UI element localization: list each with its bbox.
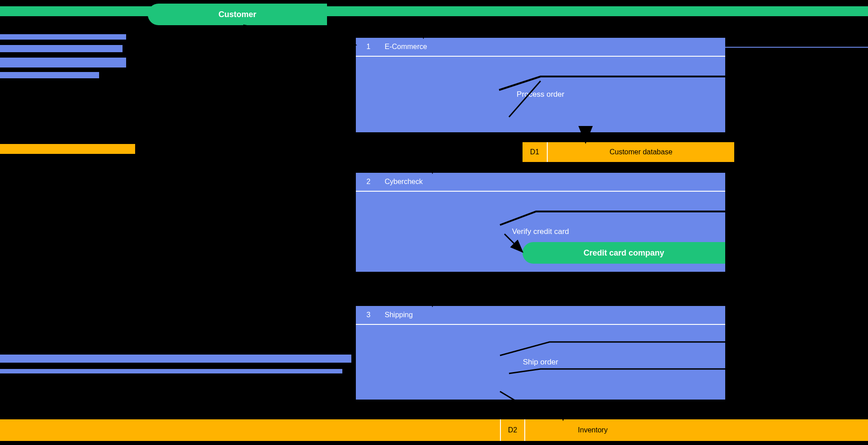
process-3[interactable]: 3 Shipping Ship order (356, 306, 725, 400)
process-1-num: 1 (356, 43, 381, 51)
blue-strip-5 (0, 355, 351, 363)
datastore-d1-id: D1 (523, 142, 548, 162)
process-3-title: Shipping (381, 311, 725, 319)
entity-customer-label: Customer (218, 10, 256, 19)
blue-strip-1 (0, 34, 126, 40)
entity-credit-card-company-label: Credit card company (583, 248, 664, 258)
top-green-strip (0, 6, 868, 16)
process-1-header-extend (725, 47, 868, 48)
datastore-d1-label: Customer database (548, 148, 734, 156)
process-3-body: Ship order (356, 325, 725, 400)
datastore-d2[interactable]: D2 Inventory (0, 419, 868, 441)
process-1-body: Process order (356, 57, 725, 132)
process-2-num: 2 (356, 178, 381, 186)
process-3-num: 3 (356, 311, 381, 319)
datastore-d2-label: Inventory (525, 426, 660, 434)
blue-strip-4 (0, 72, 99, 78)
blue-strip-3 (0, 58, 126, 67)
blue-strip-6 (0, 369, 342, 373)
datastore-d1[interactable]: D1 Customer database (523, 142, 734, 162)
entity-customer[interactable]: Customer (148, 4, 327, 25)
blue-strip-2 (0, 45, 123, 52)
process-1[interactable]: 1 E-Commerce Process order (356, 38, 725, 132)
datastore-d2-id: D2 (500, 419, 525, 441)
datastore-d1-extend (734, 151, 868, 152)
process-2-title: Cybercheck (381, 178, 725, 186)
yellow-strip-left (0, 144, 135, 154)
entity-credit-card-company[interactable]: Credit card company (523, 242, 725, 264)
process-1-title: E-Commerce (381, 43, 725, 51)
